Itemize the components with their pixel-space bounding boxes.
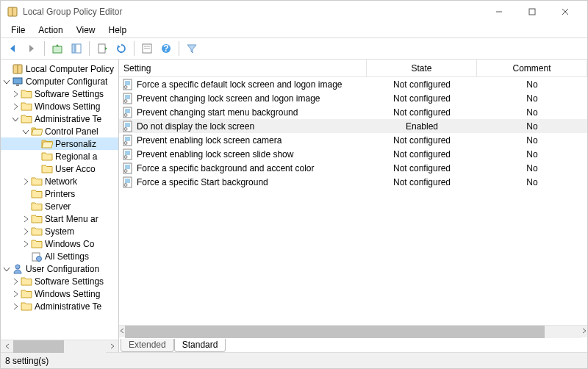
chevron-down-icon (3, 78, 10, 85)
view-tabs: Extended Standard (119, 337, 587, 352)
maximize-button[interactable] (515, 1, 548, 23)
column-state[interactable]: State (367, 60, 477, 76)
tree-computer-config[interactable]: Computer Configurat (1, 75, 118, 87)
tree-root[interactable]: Local Computer Policy (1, 62, 118, 75)
list-row[interactable]: Do not display the lock screenEnabledNo (119, 119, 587, 133)
minimize-button[interactable] (482, 1, 515, 23)
tree-regional[interactable]: Regional a (1, 150, 118, 162)
tab-extended[interactable]: Extended (121, 339, 174, 352)
menu-view[interactable]: View (71, 24, 101, 37)
menubar: File Action View Help (1, 23, 587, 37)
tree-u-software-settings[interactable]: Software Settings (1, 275, 118, 287)
setting-comment: No (477, 121, 587, 132)
setting-state: Not configured (367, 149, 477, 160)
scroll-right-icon[interactable] (581, 326, 587, 337)
chevron-right-icon (12, 103, 19, 110)
setting-state: Not configured (367, 177, 477, 187)
setting-comment: No (477, 163, 587, 173)
scroll-left-icon[interactable] (119, 326, 125, 337)
menu-help[interactable]: Help (103, 24, 133, 37)
filter-button[interactable] (183, 40, 201, 57)
setting-name: Do not display the lock screen (137, 121, 254, 132)
list-row[interactable]: Force a specific default lock screen and… (119, 77, 587, 91)
chevron-right-icon (22, 240, 29, 248)
tree-server[interactable]: Server (1, 200, 118, 212)
setting-name: Force a specific Start background (137, 177, 268, 187)
list-row[interactable]: Prevent enabling lock screen slide showN… (119, 147, 587, 161)
setting-name: Prevent changing start menu background (137, 107, 298, 118)
tree-windows-components[interactable]: Windows Co (1, 237, 118, 250)
chevron-right-icon (22, 215, 29, 223)
setting-name: Prevent enabling lock screen camera (137, 135, 282, 146)
svg-rect-18 (76, 44, 81, 53)
tree-admin-templates[interactable]: Administrative Te (1, 112, 118, 125)
tree-label: Windows Co (45, 239, 94, 249)
settings-list[interactable]: Setting State Comment Force a specific d… (119, 60, 587, 325)
setting-comment: No (477, 177, 587, 187)
tree-view[interactable]: Local Computer Policy Computer Configura… (1, 60, 118, 340)
tree-label: Windows Setting (35, 289, 100, 299)
policy-icon (122, 107, 134, 118)
show-tree-button[interactable] (68, 40, 85, 57)
tree-printers[interactable]: Printers (1, 187, 118, 200)
setting-name: Prevent enabling lock screen slide show (137, 149, 293, 160)
tree-u-windows-settings[interactable]: Windows Setting (1, 287, 118, 300)
column-setting[interactable]: Setting (119, 60, 367, 76)
tree-user-config[interactable]: User Configuration (1, 262, 118, 275)
tab-standard[interactable]: Standard (174, 339, 226, 352)
tree-user-accounts[interactable]: User Acco (1, 162, 118, 175)
tree-horizontal-scrollbar[interactable] (1, 340, 118, 352)
menu-file[interactable]: File (5, 24, 31, 37)
list-header: Setting State Comment (119, 60, 587, 77)
tree-control-panel[interactable]: Control Panel (1, 125, 118, 137)
policy-icon (122, 121, 134, 132)
list-row[interactable]: Prevent changing lock screen and logon i… (119, 91, 587, 105)
properties-button[interactable] (138, 40, 156, 57)
chevron-right-icon (12, 290, 19, 298)
setting-comment: No (477, 107, 587, 118)
menu-action[interactable]: Action (32, 24, 68, 37)
tree-personalization[interactable]: Personaliz (1, 137, 118, 150)
list-row[interactable]: Force a specific Start backgroundNot con… (119, 175, 587, 189)
titlebar: Local Group Policy Editor (1, 1, 587, 23)
computer-icon (12, 76, 24, 87)
forward-button[interactable] (23, 40, 40, 57)
folder-icon (21, 288, 32, 300)
folder-icon (31, 226, 43, 237)
list-row[interactable]: Prevent changing start menu backgroundNo… (119, 105, 587, 119)
policy-icon (122, 162, 134, 174)
tree-system[interactable]: System (1, 225, 118, 237)
tree-all-settings[interactable]: All Settings (1, 250, 118, 262)
user-icon (12, 263, 24, 275)
close-button[interactable] (548, 1, 581, 23)
folder-icon (31, 176, 43, 187)
tree-windows-settings[interactable]: Windows Setting (1, 100, 118, 112)
list-row[interactable]: Prevent enabling lock screen cameraNot c… (119, 133, 587, 147)
column-comment[interactable]: Comment (477, 60, 587, 76)
refresh-button[interactable] (112, 40, 130, 57)
folder-icon (21, 88, 32, 100)
tree-label: Network (45, 176, 77, 187)
tree-network[interactable]: Network (1, 175, 118, 187)
help-button[interactable]: ? (157, 40, 175, 57)
up-button[interactable] (49, 40, 66, 57)
tree-label: Administrative Te (35, 301, 101, 312)
folder-icon (21, 101, 32, 112)
tree-start-menu[interactable]: Start Menu ar (1, 212, 118, 225)
setting-comment: No (477, 79, 587, 90)
tree-u-admin-templates[interactable]: Administrative Te (1, 300, 118, 312)
setting-state: Not configured (367, 107, 477, 118)
back-button[interactable] (4, 40, 21, 57)
tree-label: Computer Configurat (26, 76, 107, 87)
scroll-right-icon[interactable] (106, 340, 118, 353)
scroll-left-icon[interactable] (1, 340, 13, 353)
tree-label: Regional a (55, 151, 97, 162)
setting-comment: No (477, 135, 587, 146)
tree-label: User Configuration (26, 264, 99, 274)
window-title: Local Group Policy Editor (23, 7, 482, 17)
export-button[interactable] (93, 40, 111, 57)
tree-software-settings[interactable]: Software Settings (1, 87, 118, 100)
list-horizontal-scrollbar[interactable] (119, 325, 587, 337)
tree-label: Local Computer Policy (26, 64, 114, 74)
list-row[interactable]: Force a specific background and accent c… (119, 161, 587, 175)
